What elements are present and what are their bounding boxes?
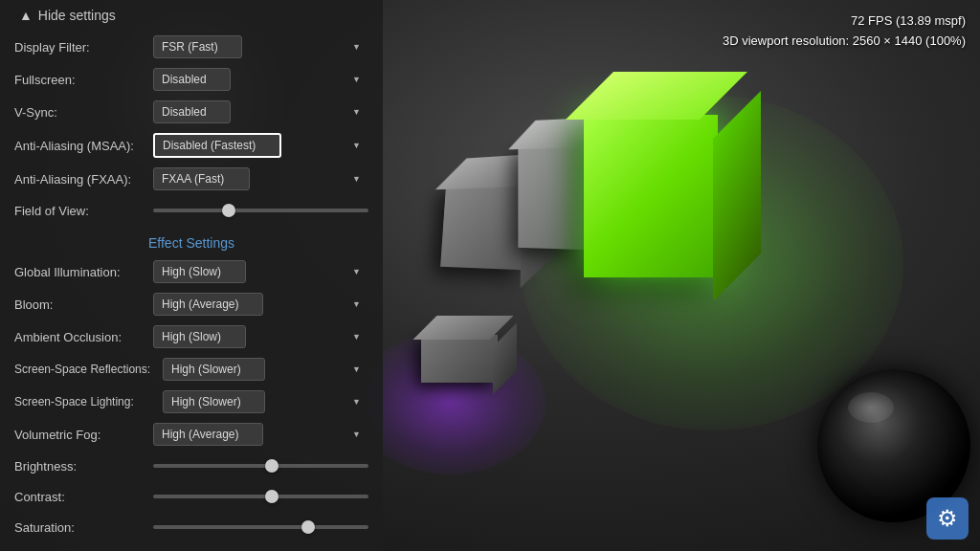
- brightness-label: Brightness:: [14, 459, 153, 474]
- vsync-row: V-Sync: Disabled: [0, 96, 383, 128]
- vfog-row: Volumetric Fog: High (Average): [0, 418, 383, 451]
- fov-row: Field of View:: [0, 195, 383, 226]
- gi-dropdown[interactable]: High (Slow): [153, 260, 246, 283]
- cube-grey-small: [421, 335, 498, 383]
- msaa-row: Anti-Aliasing (MSAA): Disabled (Fastest): [0, 128, 383, 163]
- fov-label: Field of View:: [14, 204, 153, 218]
- msaa-dropdown-wrapper: Disabled (Fastest): [153, 133, 368, 158]
- ssl-row: Screen-Space Lighting: High (Slower): [0, 386, 383, 418]
- brightness-slider-thumb[interactable]: [265, 459, 278, 473]
- display-filter-dropdown-wrapper: FSR (Fast): [153, 35, 368, 58]
- bloom-dropdown[interactable]: High (Average): [153, 293, 263, 316]
- hide-settings-label: Hide settings: [38, 8, 116, 23]
- effect-settings-title: Effect Settings: [0, 226, 383, 255]
- saturation-slider-wrapper: [153, 518, 368, 537]
- cube-green: [584, 115, 718, 277]
- brightness-slider-wrapper: [153, 456, 368, 475]
- ssr-dropdown-wrapper: High (Slower): [163, 358, 368, 381]
- gi-dropdown-wrapper: High (Slow): [153, 260, 368, 283]
- gear-button[interactable]: ⚙: [926, 497, 969, 540]
- ssl-dropdown[interactable]: High (Slower): [163, 390, 265, 413]
- contrast-label: Contrast:: [14, 490, 153, 504]
- brightness-row: Brightness:: [0, 451, 383, 481]
- bloom-dropdown-wrapper: High (Average): [153, 293, 368, 316]
- fullscreen-dropdown[interactable]: Disabled: [153, 68, 231, 91]
- fxaa-row: Anti-Aliasing (FXAA): FXAA (Fast): [0, 163, 383, 195]
- saturation-slider-thumb[interactable]: [301, 520, 315, 534]
- saturation-row: Saturation:: [0, 512, 383, 542]
- contrast-slider-thumb[interactable]: [265, 490, 278, 503]
- cube-grey-2: [518, 143, 589, 250]
- fxaa-dropdown-wrapper: FXAA (Fast): [153, 167, 368, 190]
- resolution-text: 3D viewport resolution: 2560 × 1440 (100…: [723, 32, 966, 52]
- ssr-row: Screen-Space Reflections: High (Slower): [0, 353, 383, 386]
- ssl-label: Screen-Space Lighting:: [14, 395, 163, 408]
- gi-row: Global Illumination: High (Slow): [0, 255, 383, 288]
- fxaa-dropdown[interactable]: FXAA (Fast): [153, 167, 250, 190]
- ao-dropdown[interactable]: High (Slow): [153, 325, 246, 348]
- ssr-label: Screen-Space Reflections:: [14, 363, 163, 376]
- ao-label: Ambient Occlusion:: [14, 330, 153, 344]
- fullscreen-row: Fullscreen: Disabled: [0, 63, 383, 96]
- msaa-label: Anti-Aliasing (MSAA):: [14, 139, 153, 153]
- fullscreen-dropdown-wrapper: Disabled: [153, 68, 368, 91]
- msaa-dropdown[interactable]: Disabled (Fastest): [153, 133, 281, 158]
- ssl-dropdown-wrapper: High (Slower): [163, 390, 368, 413]
- vfog-dropdown-wrapper: High (Average): [153, 423, 368, 446]
- display-filter-dropdown[interactable]: FSR (Fast): [153, 35, 242, 58]
- ao-row: Ambient Occlusion: High (Slow): [0, 320, 383, 353]
- fxaa-label: Anti-Aliasing (FXAA):: [14, 172, 153, 187]
- contrast-slider-track: [153, 495, 368, 498]
- vsync-label: V-Sync:: [14, 105, 153, 120]
- display-filter-row: Display Filter: FSR (Fast): [0, 31, 383, 63]
- settings-panel: ▲ Hide settings Display Filter: FSR (Fas…: [0, 0, 383, 551]
- vsync-dropdown-wrapper: Disabled: [153, 100, 368, 123]
- display-filter-label: Display Filter:: [14, 40, 153, 55]
- brightness-slider-track: [153, 464, 368, 468]
- contrast-row: Contrast:: [0, 481, 383, 512]
- fps-overlay: 72 FPS (13.89 mspf) 3D viewport resoluti…: [723, 11, 966, 52]
- gear-icon: ⚙: [937, 505, 958, 532]
- saturation-label: Saturation:: [14, 520, 153, 535]
- bloom-row: Bloom: High (Average): [0, 288, 383, 320]
- ssr-dropdown[interactable]: High (Slower): [163, 358, 265, 381]
- fps-text: 72 FPS (13.89 mspf): [723, 11, 966, 32]
- fullscreen-label: Fullscreen:: [14, 73, 153, 87]
- fov-slider-track: [153, 209, 368, 212]
- fov-slider-thumb[interactable]: [222, 204, 235, 217]
- vsync-dropdown[interactable]: Disabled: [153, 100, 231, 123]
- hide-settings-button[interactable]: ▲ Hide settings: [0, 0, 383, 31]
- ao-dropdown-wrapper: High (Slow): [153, 325, 368, 348]
- vfog-label: Volumetric Fog:: [14, 428, 153, 442]
- contrast-slider-wrapper: [153, 487, 368, 506]
- bloom-label: Bloom:: [14, 298, 153, 312]
- cube-grey-1: [440, 182, 527, 270]
- vfog-dropdown[interactable]: High (Average): [153, 423, 263, 446]
- chevron-icon: ▲: [19, 8, 33, 23]
- saturation-slider-track: [153, 525, 368, 529]
- gi-label: Global Illumination:: [14, 265, 153, 279]
- fov-slider-wrapper: [153, 201, 368, 220]
